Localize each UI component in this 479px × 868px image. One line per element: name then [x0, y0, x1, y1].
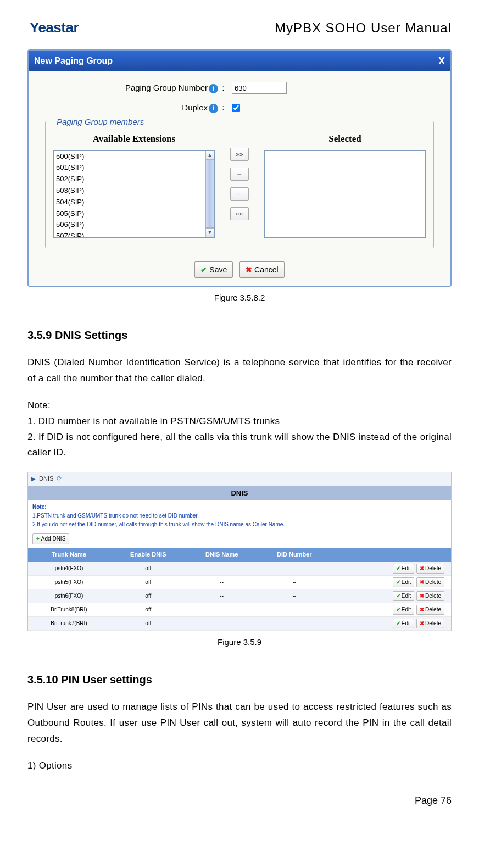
add-dnis-button[interactable]: + Add DNIS: [32, 533, 69, 544]
panel-note-2: 2.If you do not set the DID number, all …: [32, 520, 447, 529]
delete-button[interactable]: ✖ Delete: [416, 619, 444, 628]
table-header: DNIS Name: [187, 548, 257, 562]
pencil-icon: ✔: [396, 605, 400, 614]
info-icon[interactable]: i: [209, 84, 218, 93]
pencil-icon: ✔: [396, 619, 400, 628]
table-row: BriTrunk7(BRI)off----✔ Edit✖ Delete: [28, 616, 451, 630]
table-cell: BriTrunk8(BRI): [28, 603, 110, 616]
brand-logo: Yeastar: [27, 16, 79, 40]
list-item[interactable]: 500(SIP): [55, 151, 204, 163]
dnis-note-1: 1. DID number is not available in PSTN/G…: [27, 414, 452, 430]
panel-note-1: 1.PSTN trunk and GSM/UMTS trunk do not n…: [32, 511, 447, 520]
manual-title: MyPBX SOHO User Manual: [275, 18, 452, 38]
table-cell: off: [110, 575, 187, 589]
table-cell: off: [110, 589, 187, 603]
table-row: BriTrunk8(BRI)off----✔ Edit✖ Delete: [28, 603, 451, 616]
edit-button[interactable]: ✔ Edit: [393, 619, 414, 628]
dnis-para-text: DNIS (Dialed Number Identification Servi…: [27, 357, 452, 383]
group-number-label: Paging Group Numberi：: [45, 81, 232, 94]
table-cell-actions: ✔ Edit✖ Delete: [332, 603, 451, 616]
duplex-label: Duplexi：: [45, 101, 232, 114]
list-item[interactable]: 504(SIP): [55, 197, 204, 208]
edit-button[interactable]: ✔ Edit: [393, 577, 414, 587]
move-left-button[interactable]: ←: [230, 187, 249, 201]
panel-tab: DNIS: [39, 474, 53, 484]
list-item[interactable]: 501(SIP): [55, 162, 204, 174]
table-cell: --: [257, 562, 332, 576]
dialog-title: New Paging Group: [34, 54, 113, 68]
refresh-icon[interactable]: ⟳: [57, 474, 62, 484]
page-header: Yeastar MyPBX SOHO User Manual: [27, 16, 452, 40]
edit-button[interactable]: ✔ Edit: [393, 564, 414, 574]
save-button-label: Save: [209, 264, 227, 276]
duplex-checkbox[interactable]: [232, 104, 240, 112]
figure-caption: Figure 3.5.8.2: [27, 291, 452, 304]
dnis-note-label: Note:: [27, 398, 452, 414]
selected-listbox[interactable]: [264, 150, 426, 238]
move-all-right-button[interactable]: »»: [230, 148, 249, 161]
list-item[interactable]: 505(SIP): [55, 208, 204, 220]
page-number: Page 76: [27, 793, 452, 809]
paging-group-dialog: New Paging Group X Paging Group Numberi：…: [27, 49, 452, 287]
available-listbox[interactable]: 500(SIP)501(SIP)502(SIP)503(SIP)504(SIP)…: [53, 150, 215, 238]
section-heading-dnis: 3.5.9 DNIS Settings: [27, 326, 452, 344]
table-header: DID Number: [257, 548, 332, 562]
figure-caption: Figure 3.5.9: [27, 636, 452, 649]
pencil-icon: ✔: [396, 592, 400, 600]
table-cell: --: [187, 616, 257, 630]
table-cell: --: [187, 603, 257, 616]
list-item[interactable]: 507(SIP): [55, 231, 204, 237]
scroll-up-icon[interactable]: ▲: [205, 151, 214, 160]
delete-button[interactable]: ✖ Delete: [416, 577, 444, 587]
list-item[interactable]: 503(SIP): [55, 185, 204, 197]
panel-title: DNIS: [28, 486, 451, 501]
scroll-down-icon[interactable]: ▼: [205, 228, 214, 237]
edit-button[interactable]: ✔ Edit: [393, 591, 414, 601]
edit-button[interactable]: ✔ Edit: [393, 605, 414, 615]
scrollbar[interactable]: ▲ ▼: [205, 151, 214, 237]
delete-button[interactable]: ✖ Delete: [416, 605, 444, 615]
scroll-thumb[interactable]: [205, 160, 214, 228]
table-header: Enable DNIS: [110, 548, 187, 562]
table-cell-actions: ✔ Edit✖ Delete: [332, 616, 451, 630]
dialog-titlebar: New Paging Group X: [29, 51, 450, 72]
info-icon[interactable]: i: [209, 104, 218, 113]
table-cell-actions: ✔ Edit✖ Delete: [332, 575, 451, 589]
list-item[interactable]: 502(SIP): [55, 174, 204, 185]
group-number-label-text: Paging Group Number: [125, 83, 208, 92]
panel-note-head: Note:: [32, 503, 447, 511]
table-cell: pstn4(FXO): [28, 562, 110, 576]
table-header: Trunk Name: [28, 548, 110, 562]
table-cell: --: [187, 562, 257, 576]
delete-button[interactable]: ✖ Delete: [416, 591, 444, 601]
pin-options: 1) Options: [27, 758, 452, 774]
table-row: pstn5(FXO)off----✔ Edit✖ Delete: [28, 575, 451, 589]
table-cell: --: [257, 603, 332, 616]
red-period: .: [203, 373, 205, 383]
dnis-paragraph: DNIS (Dialed Number Identification Servi…: [27, 355, 452, 387]
table-cell-actions: ✔ Edit✖ Delete: [332, 562, 451, 576]
group-number-input[interactable]: [232, 82, 287, 94]
triangle-icon: ▶: [31, 475, 36, 483]
section-heading-pin: 3.5.10 PIN User settings: [27, 671, 452, 688]
dnis-table: Trunk NameEnable DNISDNIS NameDID Number…: [28, 548, 451, 631]
list-item[interactable]: 506(SIP): [55, 219, 204, 231]
move-right-button[interactable]: →: [230, 168, 249, 181]
table-cell: --: [187, 575, 257, 589]
table-cell: off: [110, 562, 187, 576]
x-icon: ✖: [420, 578, 424, 587]
panel-header: ▶ DNIS ⟳: [28, 472, 451, 486]
dnis-panel: ▶ DNIS ⟳ DNIS Note: 1.PSTN trunk and GSM…: [27, 472, 452, 631]
x-icon: ✖: [420, 605, 424, 614]
close-icon[interactable]: X: [438, 53, 445, 69]
table-row: pstn6(FXO)off----✔ Edit✖ Delete: [28, 589, 451, 603]
cancel-button[interactable]: ✖ Cancel: [239, 261, 285, 278]
table-cell: --: [257, 575, 332, 589]
save-button[interactable]: ✔ Save: [194, 261, 233, 278]
plus-icon: +: [36, 535, 40, 543]
pencil-icon: ✔: [396, 578, 400, 587]
delete-button[interactable]: ✖ Delete: [416, 564, 444, 574]
pin-paragraph: PIN User are used to manage lists of PIN…: [27, 699, 452, 747]
table-cell: off: [110, 603, 187, 616]
move-all-left-button[interactable]: ««: [230, 207, 249, 220]
